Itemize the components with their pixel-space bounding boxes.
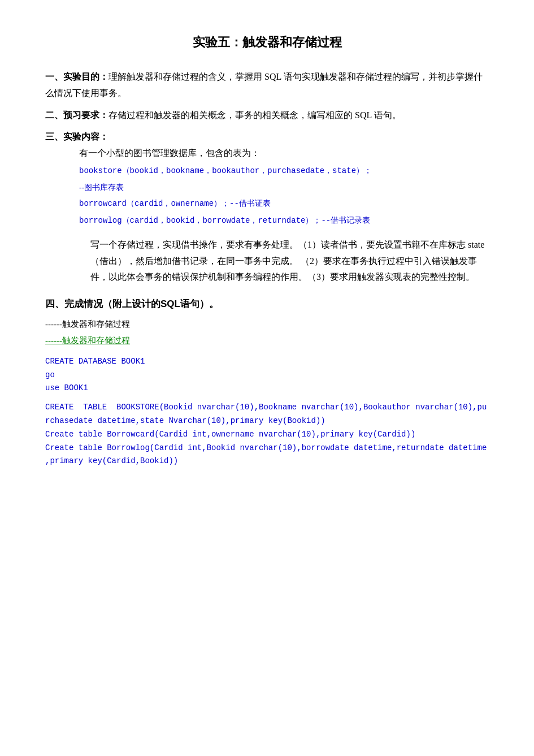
section-1-content: 理解触发器和存储过程的含义，掌握用 SQL 语句实现触发器和存储过程的编写，并初…	[45, 72, 483, 98]
section-3-comment1: --图书库存表	[79, 180, 489, 195]
page-title: 实验五：触发器和存储过程	[45, 34, 489, 51]
section-1-label: 一、实验目的：	[45, 72, 108, 81]
section-3-label: 三、实验内容：	[45, 129, 489, 145]
section-2-content: 存储过程和触发器的相关概念，事务的相关概念，编写相应的 SQL 语句。	[108, 110, 401, 120]
section-3-table3: borrowlog（cardid，bookid，borrowdate，retur…	[79, 214, 489, 228]
section-3: 三、实验内容： 有一个小型的图书管理数据库，包含的表为： bookstore（b…	[45, 129, 489, 286]
section-4-title: 四、完成情况（附上设计的SQL语句）。	[45, 296, 489, 313]
section-3-table1: bookstore（bookid，bookname，bookauthor，pur…	[79, 164, 489, 178]
section-2: 二、预习要求：存储过程和触发器的相关概念，事务的相关概念，编写相应的 SQL 语…	[45, 107, 489, 124]
dashed-black: ------触发器和存储过程	[45, 317, 489, 332]
code-block-2: CREATE TABLE BOOKSTORE(Bookid nvarchar(1…	[45, 401, 489, 468]
section-3-table2: borrowcard（cardid，ownername）；--借书证表	[79, 197, 489, 211]
code-block-1: CREATE DATABASE BOOK1 go use BOOK1	[45, 355, 489, 395]
dashed-green: ------触发器和存储过程	[45, 333, 489, 348]
section-2-label: 二、预习要求：	[45, 110, 108, 120]
section-4: 四、完成情况（附上设计的SQL语句）。 ------触发器和存储过程 -----…	[45, 296, 489, 468]
section-3-intro: 有一个小型的图书管理数据库，包含的表为：	[79, 145, 489, 162]
section-1: 一、实验目的：理解触发器和存储过程的含义，掌握用 SQL 语句实现触发器和存储过…	[45, 69, 489, 102]
section-3-task: 写一个存储过程，实现借书操作，要求有事务处理。（1）读者借书，要先设置书籍不在库…	[90, 237, 489, 286]
